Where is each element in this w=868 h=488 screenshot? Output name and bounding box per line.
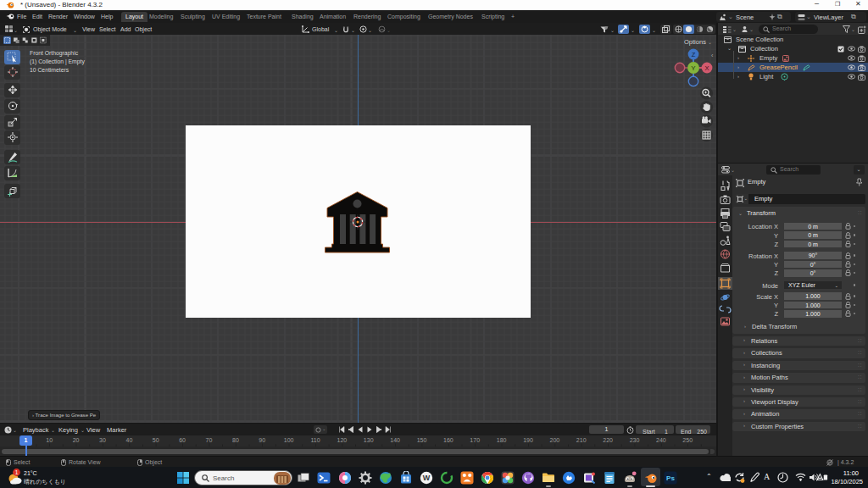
svg-text:W: W [423, 474, 431, 482]
svg-text:1: 1 [15, 469, 19, 475]
svg-text:X: X [704, 64, 709, 72]
svg-text:Y: Y [691, 64, 696, 72]
svg-text:Z: Z [692, 51, 696, 58]
svg-text:Ps: Ps [666, 474, 675, 482]
